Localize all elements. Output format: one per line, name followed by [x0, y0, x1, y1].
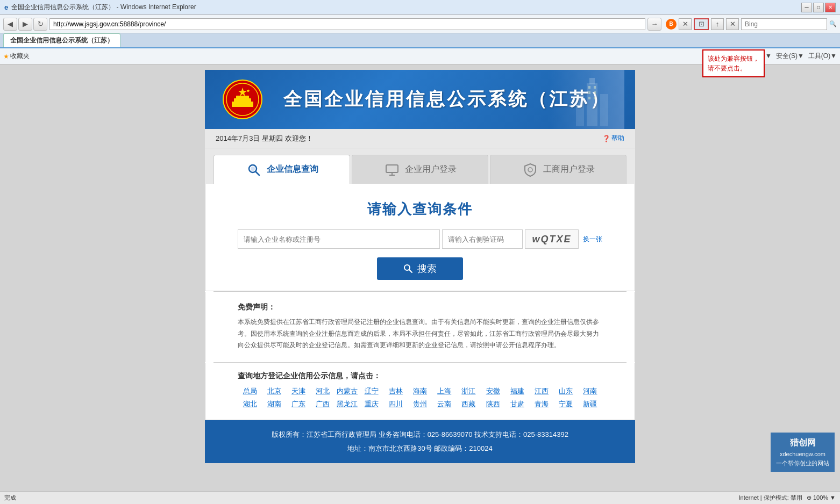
svg-rect-12 [594, 86, 596, 89]
maximize-button[interactable]: □ [813, 3, 824, 12]
svg-rect-10 [589, 78, 595, 84]
svg-rect-14 [594, 91, 596, 94]
region-link[interactable]: 西藏 [457, 399, 481, 409]
minimize-button[interactable]: ─ [801, 3, 812, 12]
safety-menu[interactable]: 安全(S)▼ [776, 52, 804, 61]
address-input[interactable] [49, 18, 645, 30]
bing-search-input[interactable] [741, 18, 827, 30]
status-bar: 完成 Internet | 保护模式: 禁用 ⊕ 100% ▼ [0, 491, 840, 504]
company-name-input[interactable] [238, 229, 440, 249]
search-inputs-row: wQTXE 换一张 [238, 229, 602, 249]
region-row-2: 湖北湖南广东广西黑龙江重庆四川贵州云南西藏陕西甘肃青海宁夏新疆 [238, 399, 602, 409]
refresh-button[interactable]: ↻ [33, 18, 47, 31]
close-button[interactable]: ✕ [825, 3, 836, 12]
forward-button[interactable]: ▶ [18, 18, 32, 31]
search-area: 请输入查询条件 wQTXE 换一张 搜索 [205, 184, 635, 291]
region-links: 总局北京天津河北内蒙古辽宁吉林海南上海浙江安徽福建江西山东河南 湖北湖南广东广西… [238, 386, 602, 409]
region-link[interactable]: 云南 [432, 399, 457, 409]
region-row-1: 总局北京天津河北内蒙古辽宁吉林海南上海浙江安徽福建江西山东河南 [238, 386, 602, 396]
svg-rect-7 [587, 83, 597, 126]
address-bar: ◀ ▶ ↻ → B ✕ ⊡ ↑ ✕ 🔍 [0, 15, 840, 33]
svg-line-25 [409, 270, 412, 272]
svg-rect-4 [236, 96, 249, 99]
footer-line1: 版权所有：江苏省工商行政管理局 业务咨询电话：025-86639070 技术支持… [216, 428, 624, 442]
go-button[interactable]: → [647, 18, 661, 31]
watermark: 猎创网 xdechuengw.com 一个帮你创业的网站 [771, 433, 835, 472]
region-link[interactable]: 内蒙古 [335, 386, 359, 396]
stop-button[interactable]: ✕ [679, 18, 692, 30]
browser-title-bar: e 全国企业信用信息公示系统（江苏） - Windows Internet Ex… [0, 0, 840, 15]
svg-rect-15 [588, 97, 590, 99]
help-link[interactable]: ❓ 帮助 [602, 134, 624, 143]
refresh-captcha-link[interactable]: 换一张 [583, 235, 602, 244]
region-link[interactable]: 湖北 [238, 399, 262, 409]
tab-query[interactable]: 企业信息查询 [213, 155, 350, 184]
footer: 版权所有：江苏省工商行政管理局 业务咨询电话：025-86639070 技术支持… [205, 420, 635, 463]
disclaimer-text: 本系统免费提供在江苏省工商行政管理局登记注册的企业信息查询。由于有关信息尚不能实… [238, 316, 602, 351]
svg-point-23 [528, 168, 532, 172]
zoom-level[interactable]: ⊕ 100% ▼ [807, 494, 836, 501]
region-link[interactable]: 山东 [554, 386, 578, 396]
region-link[interactable]: 吉林 [383, 386, 408, 396]
main-container: 全国企业信用信息公示系统（江苏） 2 [205, 70, 635, 463]
browser-title: 全国企业信用信息公示系统（江苏） - Windows Internet Expl… [11, 3, 196, 12]
region-link[interactable]: 广西 [311, 399, 335, 409]
disclaimer-area: 免费声明： 本系统免费提供在江苏省工商行政管理局登记注册的企业信息查询。由于有关… [205, 292, 635, 362]
region-link[interactable]: 贵州 [408, 399, 432, 409]
main-tabs: 企业信息查询 企业用户登录 [205, 148, 635, 184]
tab-admin-login[interactable]: 工商用户登录 [490, 155, 627, 184]
region-link[interactable]: 甘肃 [505, 399, 529, 409]
national-emblem [221, 78, 264, 121]
region-link[interactable]: 黑龙江 [335, 399, 359, 409]
region-link[interactable]: 北京 [262, 386, 286, 396]
region-link[interactable]: 青海 [529, 399, 553, 409]
region-link[interactable]: 浙江 [457, 386, 481, 396]
region-link[interactable]: 宁夏 [554, 399, 578, 409]
region-link[interactable]: 河南 [578, 386, 602, 396]
shield-icon [522, 161, 539, 178]
watermark-slogan: 一个帮你创业的网站 [776, 459, 829, 469]
date-display: 2014年7月3日 星期四 欢迎您！ [216, 134, 313, 143]
svg-rect-11 [588, 86, 590, 89]
region-link[interactable]: 重庆 [359, 399, 383, 409]
compat-button[interactable]: ⊡ [694, 18, 709, 30]
tab-enterprise-login[interactable]: 企业用户登录 [352, 155, 488, 184]
banner-building [549, 70, 624, 129]
favorites-button[interactable]: ★ 收藏夹 [3, 52, 30, 61]
region-link[interactable]: 江西 [529, 386, 553, 396]
search-title: 请输入查询条件 [238, 200, 602, 219]
disclaimer-title: 免费声明： [238, 303, 602, 312]
svg-point-19 [251, 167, 255, 171]
pin-button[interactable]: ↑ [711, 18, 724, 30]
svg-rect-9 [600, 94, 608, 126]
region-link[interactable]: 上海 [432, 386, 457, 396]
browser-tab[interactable]: 全国企业信用信息公示系统（江苏） [3, 33, 120, 47]
svg-rect-13 [588, 91, 590, 94]
region-link[interactable]: 总局 [238, 386, 262, 396]
stop-nav-button[interactable]: ✕ [726, 18, 739, 30]
region-link[interactable]: 天津 [286, 386, 310, 396]
captcha-input[interactable] [442, 229, 523, 249]
search-icon [245, 161, 262, 178]
window-controls[interactable]: ─ □ ✕ [801, 3, 836, 12]
region-link[interactable]: 新疆 [578, 399, 602, 409]
svg-line-18 [255, 171, 259, 175]
internet-zone: Internet | 保护模式: 禁用 [738, 494, 802, 502]
search-button-icon [403, 264, 413, 273]
region-link[interactable]: 湖南 [262, 399, 286, 409]
region-link[interactable]: 四川 [383, 399, 408, 409]
region-link[interactable]: 海南 [408, 386, 432, 396]
region-link[interactable]: 广东 [286, 399, 310, 409]
region-link[interactable]: 辽宁 [359, 386, 383, 396]
region-link[interactable]: 河北 [311, 386, 335, 396]
monitor-icon [383, 161, 401, 178]
region-title: 查询地方登记企业信用公示信息，请点击： [238, 371, 602, 381]
footer-line2: 地址：南京市北京西路30号 邮政编码：210024 [216, 442, 624, 456]
back-button[interactable]: ◀ [3, 18, 17, 31]
search-button[interactable]: 搜索 [377, 257, 463, 280]
search-go-button[interactable]: 🔍 [829, 20, 837, 27]
tools-menu[interactable]: 工具(O)▼ [808, 52, 837, 61]
region-link[interactable]: 福建 [505, 386, 529, 396]
region-link[interactable]: 陕西 [481, 399, 505, 409]
region-link[interactable]: 安徽 [481, 386, 505, 396]
